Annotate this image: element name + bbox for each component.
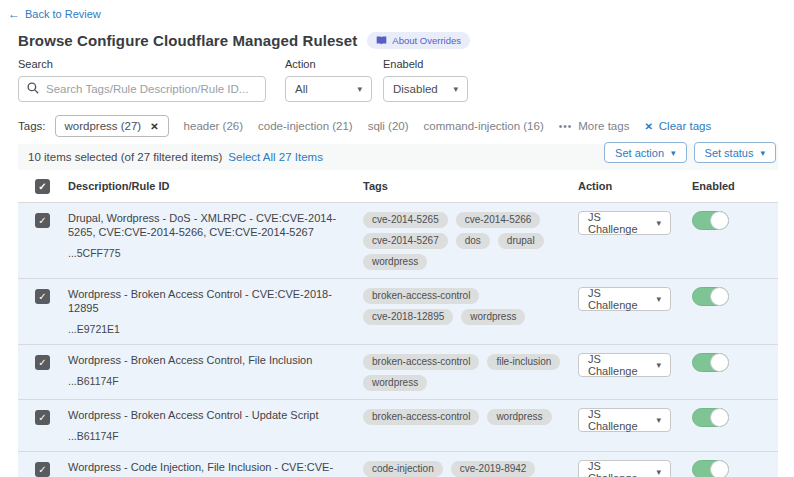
selection-bar: 10 items selected (of 27 filtered items)… bbox=[18, 144, 778, 170]
rule-description: Wordpress - Broken Access Control, File … bbox=[68, 353, 343, 367]
about-overrides-badge[interactable]: About Overrides bbox=[367, 32, 470, 49]
chevron-down-icon: ▾ bbox=[453, 84, 458, 94]
enabled-filter-value: Disabled bbox=[393, 83, 438, 95]
search-group: Search bbox=[18, 58, 266, 102]
rule-tags: cve-2014-5265cve-2014-5266cve-2014-5267d… bbox=[363, 211, 578, 270]
tag-pill: cve-2014-5267 bbox=[363, 233, 448, 249]
tag-filter-command-injection[interactable]: command-injection (16) bbox=[424, 120, 544, 132]
enabled-filter-group: Enabeld Disabled ▾ bbox=[383, 58, 468, 102]
rule-description: Drupal, Wordpress - DoS - XMLRPC - CVE:C… bbox=[68, 211, 343, 239]
header-description: Description/Rule ID bbox=[68, 180, 363, 192]
row-action-select[interactable]: JS Challenge ▾ bbox=[578, 353, 671, 377]
rule-id: ...E9721E1 bbox=[68, 322, 343, 336]
search-input[interactable] bbox=[46, 83, 257, 95]
row-action-select[interactable]: JS Challenge ▾ bbox=[578, 460, 671, 477]
filters-row: Search Action All ▾ Enabeld Disabled ▾ bbox=[18, 58, 778, 102]
title-row: Browse Configure Cloudflare Managed Rule… bbox=[18, 32, 778, 49]
set-status-label: Set status bbox=[705, 147, 754, 159]
clear-tags-button[interactable]: ✕ Clear tags bbox=[644, 120, 711, 132]
row-checkbox[interactable]: ✓ bbox=[35, 355, 50, 370]
rule-id: ...5CFF775 bbox=[68, 246, 343, 260]
row-action-select[interactable]: JS Challenge ▾ bbox=[578, 211, 671, 235]
tag-pill: cve-2018-12895 bbox=[363, 309, 453, 325]
table-row: ✓ Drupal, Wordpress - DoS - XMLRPC - CVE… bbox=[18, 203, 778, 279]
toggle-knob bbox=[710, 408, 729, 427]
action-filter-select[interactable]: All ▾ bbox=[285, 76, 372, 102]
select-all-link[interactable]: Select All 27 Items bbox=[228, 151, 323, 163]
chevron-down-icon: ▾ bbox=[671, 148, 676, 158]
row-action-value: JS Challenge bbox=[588, 287, 650, 311]
select-all-checkbox[interactable]: ✓ bbox=[35, 179, 50, 194]
chevron-down-icon: ▾ bbox=[357, 84, 362, 94]
rule-tags: broken-access-controlwordpress bbox=[363, 408, 578, 425]
tag-pill: dos bbox=[456, 233, 490, 249]
set-action-button[interactable]: Set action ▾ bbox=[604, 142, 686, 163]
tag-filter-code-injection[interactable]: code-injection (21) bbox=[258, 120, 353, 132]
bulk-actions: Set action ▾ Set status ▾ bbox=[604, 142, 776, 163]
toggle-knob bbox=[710, 353, 729, 372]
enabled-toggle[interactable] bbox=[692, 460, 729, 477]
enabled-toggle[interactable] bbox=[692, 353, 729, 372]
more-tags-label: More tags bbox=[578, 120, 629, 132]
tag-pill: cve-2019-8942 bbox=[451, 461, 536, 477]
chevron-down-icon: ▾ bbox=[656, 467, 661, 477]
chevron-down-icon: ▾ bbox=[656, 360, 661, 370]
table-row: ✓ Wordpress - Code Injection, File Inclu… bbox=[18, 452, 778, 477]
selection-summary: 10 items selected (of 27 filtered items) bbox=[28, 151, 222, 163]
tag-pill: wordpress bbox=[363, 254, 427, 270]
header-action: Action bbox=[578, 180, 692, 192]
rule-id: ...B61174F bbox=[68, 429, 343, 443]
table-row: ✓ Wordpress - Broken Access Control - Up… bbox=[18, 400, 778, 452]
action-filter-value: All bbox=[295, 83, 308, 95]
clear-tags-label: Clear tags bbox=[659, 120, 711, 132]
tag-filter-sqli[interactable]: sqli (20) bbox=[368, 120, 409, 132]
row-checkbox[interactable]: ✓ bbox=[35, 462, 50, 477]
row-action-value: JS Challenge bbox=[588, 353, 650, 377]
tag-filter-header[interactable]: header (26) bbox=[184, 120, 243, 132]
back-link[interactable]: ← Back to Review bbox=[8, 8, 101, 20]
row-action-value: JS Challenge bbox=[588, 408, 650, 432]
table-body: ✓ Drupal, Wordpress - DoS - XMLRPC - CVE… bbox=[18, 203, 778, 477]
rule-id: ...B61174F bbox=[68, 374, 343, 388]
table-row: ✓ Wordpress - Broken Access Control - CV… bbox=[18, 279, 778, 345]
row-checkbox[interactable]: ✓ bbox=[35, 289, 50, 304]
search-box[interactable] bbox=[18, 76, 266, 102]
page-title: Browse Configure Cloudflare Managed Rule… bbox=[18, 32, 357, 49]
tag-pill: cve-2014-5265 bbox=[363, 212, 448, 228]
more-tags-button[interactable]: ••• More tags bbox=[559, 120, 630, 132]
row-checkbox[interactable]: ✓ bbox=[35, 213, 50, 228]
rule-description: Wordpress - Broken Access Control - Upda… bbox=[68, 408, 343, 422]
tag-pill: wordpress bbox=[487, 409, 551, 425]
page: ← Back to Review Browse Configure Cloudf… bbox=[0, 0, 794, 477]
remove-tag-icon[interactable]: ✕ bbox=[150, 121, 158, 132]
tag-pill: code-injection bbox=[363, 461, 443, 477]
chevron-down-icon: ▾ bbox=[656, 294, 661, 304]
enabled-toggle[interactable] bbox=[692, 287, 729, 306]
selected-tag-label: wordpress (27) bbox=[65, 120, 142, 132]
rule-tags: code-injectioncve-2019-8942cve-2019-8943… bbox=[363, 460, 578, 477]
selected-tag-wordpress[interactable]: wordpress (27) ✕ bbox=[55, 115, 169, 137]
clear-icon: ✕ bbox=[644, 121, 652, 132]
set-status-button[interactable]: Set status ▾ bbox=[694, 142, 776, 163]
row-checkbox[interactable]: ✓ bbox=[35, 410, 50, 425]
tags-bar-label: Tags: bbox=[18, 120, 46, 132]
row-action-select[interactable]: JS Challenge ▾ bbox=[578, 287, 671, 311]
badge-label: About Overrides bbox=[392, 35, 461, 46]
action-filter-label: Action bbox=[285, 58, 372, 70]
table-header: ✓ Description/Rule ID Tags Action Enable… bbox=[18, 170, 778, 203]
enabled-filter-select[interactable]: Disabled ▾ bbox=[383, 76, 468, 102]
rule-tags: broken-access-controlfile-inclusionwordp… bbox=[363, 353, 578, 391]
back-arrow-icon: ← bbox=[8, 8, 20, 20]
toggle-knob bbox=[710, 287, 729, 306]
tag-pill: wordpress bbox=[363, 375, 427, 391]
table-row: ✓ Wordpress - Broken Access Control, Fil… bbox=[18, 345, 778, 400]
row-action-select[interactable]: JS Challenge ▾ bbox=[578, 408, 671, 432]
chevron-down-icon: ▾ bbox=[656, 218, 661, 228]
tags-bar: Tags: wordpress (27) ✕ header (26) code-… bbox=[18, 115, 778, 137]
enabled-toggle[interactable] bbox=[692, 408, 729, 427]
tag-pill: cve-2014-5266 bbox=[456, 212, 541, 228]
tag-pill: broken-access-control bbox=[363, 288, 479, 304]
row-action-value: JS Challenge bbox=[588, 460, 650, 477]
enabled-filter-label: Enabeld bbox=[383, 58, 468, 70]
enabled-toggle[interactable] bbox=[692, 211, 729, 230]
